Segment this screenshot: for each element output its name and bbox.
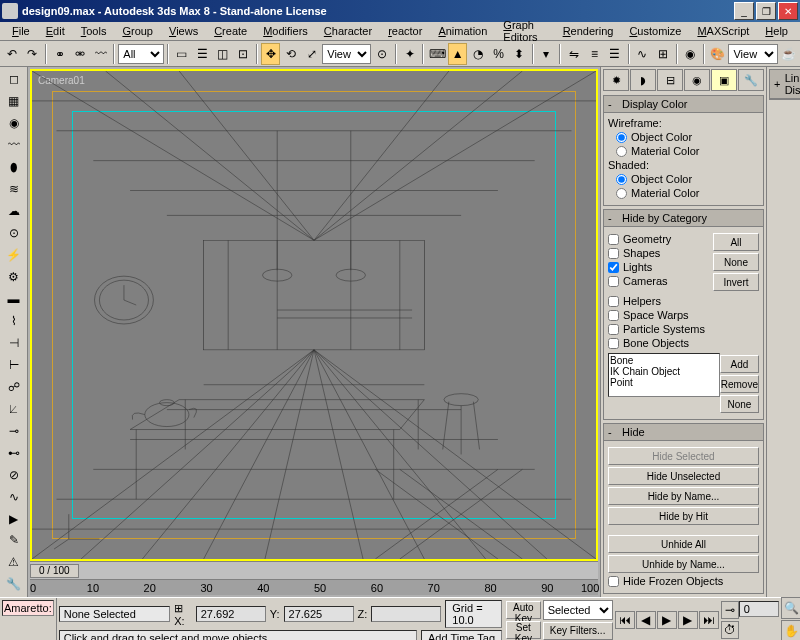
schematic-view-icon[interactable]: ⊞: [653, 43, 672, 65]
layers-icon[interactable]: ☰: [605, 43, 624, 65]
angle-snap-icon[interactable]: ◔: [468, 43, 487, 65]
hide-by-name-button[interactable]: Hide by Name...: [608, 487, 759, 505]
menu-grapheditors[interactable]: Graph Editors: [495, 17, 554, 45]
menu-customize[interactable]: Customize: [621, 23, 689, 39]
maximize-button[interactable]: ❐: [756, 2, 776, 20]
play-icon[interactable]: ▶: [657, 611, 677, 629]
hidecat-none2-button[interactable]: None: [720, 395, 759, 413]
hidecat-add-button[interactable]: Add: [720, 355, 759, 373]
hide-spacewarps-check[interactable]: Space Warps: [608, 309, 759, 321]
modify-tab-icon[interactable]: ◗: [630, 69, 656, 91]
time-slider[interactable]: 0 / 100: [30, 561, 598, 579]
shaded-object-color-radio[interactable]: Object Color: [616, 173, 759, 185]
reactor-plane-icon[interactable]: ▬: [2, 289, 26, 310]
mirror-icon[interactable]: ⇋: [564, 43, 583, 65]
manipulate-icon[interactable]: ✦: [400, 43, 419, 65]
wireframe-material-color-radio[interactable]: Material Color: [616, 145, 759, 157]
select-by-name-icon[interactable]: ☰: [192, 43, 211, 65]
curve-editor-icon[interactable]: ∿: [633, 43, 652, 65]
hide-by-hit-button[interactable]: Hide by Hit: [608, 507, 759, 525]
reactor-deforming-icon[interactable]: ⬮: [2, 157, 26, 178]
reactor-hinge-icon[interactable]: ⟀: [2, 398, 26, 419]
reactor-analyze-icon[interactable]: ⚠: [2, 552, 26, 573]
reactor-toycar-icon[interactable]: ⊙: [2, 223, 26, 244]
pivot-icon[interactable]: ⊙: [372, 43, 391, 65]
coord-x-input[interactable]: [196, 606, 266, 622]
bind-spacewarp-icon[interactable]: 〰: [91, 43, 110, 65]
display-tab-icon[interactable]: ▣: [711, 69, 737, 91]
unhide-all-button[interactable]: Unhide All: [608, 535, 759, 553]
select-move-icon[interactable]: ✥: [261, 43, 280, 65]
select-icon[interactable]: ▭: [172, 43, 191, 65]
refcoord-dropdown[interactable]: View: [322, 44, 371, 64]
hidecat-listbox[interactable]: Bone IK Chain Object Point: [608, 353, 720, 397]
menu-reactor[interactable]: reactor: [380, 23, 430, 39]
percent-snap-icon[interactable]: %: [489, 43, 508, 65]
shaded-material-color-radio[interactable]: Material Color: [616, 187, 759, 199]
script-listener[interactable]: Amaretto: Sha: [2, 600, 54, 616]
selection-filter-dropdown[interactable]: All: [118, 44, 164, 64]
utilities-tab-icon[interactable]: 🔧: [738, 69, 764, 91]
reactor-water-icon[interactable]: ≋: [2, 179, 26, 200]
hide-frozen-check[interactable]: Hide Frozen Objects: [608, 575, 759, 587]
hide-shapes-check[interactable]: Shapes: [608, 247, 713, 259]
key-mode-dropdown[interactable]: Selected: [543, 600, 613, 620]
goto-start-icon[interactable]: ⏮: [615, 611, 635, 629]
menu-character[interactable]: Character: [316, 23, 380, 39]
hierarchy-tab-icon[interactable]: ⊟: [657, 69, 683, 91]
create-tab-icon[interactable]: ✹: [603, 69, 629, 91]
menu-edit[interactable]: Edit: [38, 23, 73, 39]
unlink-icon[interactable]: ⚮: [70, 43, 89, 65]
set-key-button[interactable]: Set Key: [506, 621, 541, 639]
render-scene-icon[interactable]: 🎨: [708, 43, 727, 65]
reactor-cloth-icon[interactable]: ▦: [2, 91, 26, 112]
time-slider-handle[interactable]: 0 / 100: [30, 564, 79, 578]
menu-modifiers[interactable]: Modifiers: [255, 23, 316, 39]
pan-icon[interactable]: ✋: [781, 620, 800, 640]
snap-toggle-icon[interactable]: ▲: [448, 43, 467, 65]
auto-key-button[interactable]: Auto Key: [506, 601, 541, 619]
keyboard-shortcut-icon[interactable]: ⌨: [427, 43, 446, 65]
menu-views[interactable]: Views: [161, 23, 206, 39]
menu-help[interactable]: Help: [757, 23, 796, 39]
hide-geometry-check[interactable]: Geometry: [608, 233, 713, 245]
hidecat-remove-button[interactable]: Remove: [720, 375, 759, 393]
menu-file[interactable]: File: [4, 23, 38, 39]
hide-particles-check[interactable]: Particle Systems: [608, 323, 759, 335]
select-region-icon[interactable]: ◫: [213, 43, 232, 65]
reactor-constraint-icon[interactable]: ⊢: [2, 354, 26, 375]
time-config-icon[interactable]: ⏱: [721, 621, 739, 639]
reactor-dashpot-icon[interactable]: ⊣: [2, 332, 26, 353]
align-icon[interactable]: ≡: [585, 43, 604, 65]
key-filters-button[interactable]: Key Filters...: [543, 622, 613, 640]
reactor-pointpath-icon[interactable]: ∿: [2, 486, 26, 507]
redo-icon[interactable]: ↷: [22, 43, 41, 65]
next-frame-icon[interactable]: ▶: [678, 611, 698, 629]
reactor-rigid-icon[interactable]: ◻: [2, 69, 26, 90]
hide-lights-check[interactable]: Lights: [608, 261, 713, 273]
current-frame-input[interactable]: [739, 601, 779, 617]
time-tag[interactable]: Add Time Tag: [421, 630, 502, 640]
named-selection-icon[interactable]: ▾: [537, 43, 556, 65]
reactor-motor-icon[interactable]: ⚙: [2, 267, 26, 288]
reactor-ragdoll-icon[interactable]: ☍: [2, 376, 26, 397]
link-icon[interactable]: ⚭: [50, 43, 69, 65]
menu-rendering[interactable]: Rendering: [555, 23, 622, 39]
quick-render-icon[interactable]: ☕: [779, 43, 798, 65]
hidecat-all-button[interactable]: All: [713, 233, 759, 251]
reactor-wind-icon[interactable]: ☁: [2, 201, 26, 222]
hidecat-invert-button[interactable]: Invert: [713, 273, 759, 291]
goto-end-icon[interactable]: ⏭: [699, 611, 719, 629]
select-scale-icon[interactable]: ⤢: [302, 43, 321, 65]
reactor-pointpoint-icon[interactable]: ⊸: [2, 420, 26, 441]
reactor-softbody-icon[interactable]: ◉: [2, 113, 26, 134]
reactor-preview-icon[interactable]: ▶: [2, 508, 26, 529]
key-mode-toggle-icon[interactable]: ⊸: [721, 601, 739, 619]
hide-selected-button[interactable]: Hide Selected: [608, 447, 759, 465]
reactor-fracture-icon[interactable]: ⚡: [2, 245, 26, 266]
reactor-utility-icon[interactable]: 🔧: [2, 574, 26, 595]
link-display-rollout[interactable]: +Link Display: [769, 69, 800, 100]
minimize-button[interactable]: _: [734, 2, 754, 20]
menu-maxscript[interactable]: MAXScript: [689, 23, 757, 39]
wireframe-object-color-radio[interactable]: Object Color: [616, 131, 759, 143]
